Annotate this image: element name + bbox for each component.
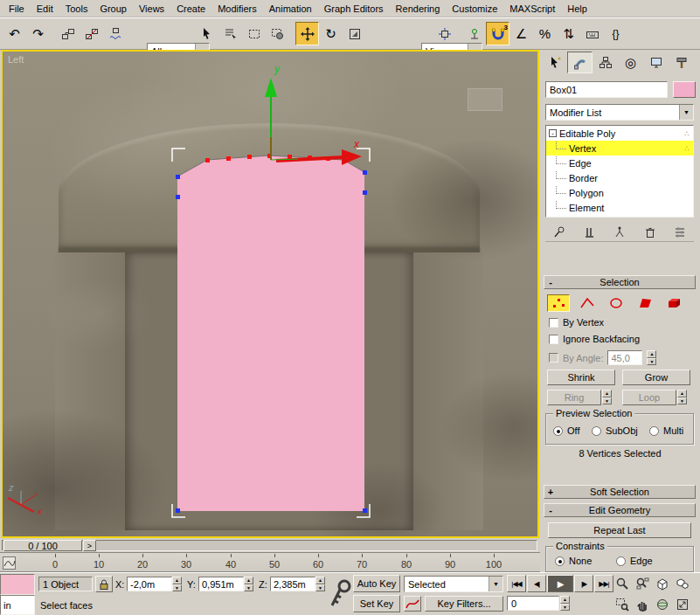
border-mode-button[interactable] (605, 294, 627, 312)
by-angle-checkbox[interactable] (549, 353, 558, 363)
time-slider-thumb[interactable]: 0 / 100 (3, 540, 82, 551)
stack-row-polygon[interactable]: Polygon (546, 185, 693, 200)
menu-tools[interactable]: Tools (59, 2, 94, 16)
x-spinner[interactable]: ▲▼ (172, 577, 182, 591)
menu-animation[interactable]: Animation (263, 2, 318, 16)
select-and-manipulate-button[interactable] (462, 22, 486, 45)
spinner-up-icon[interactable]: ▲ (315, 577, 325, 584)
tab-create[interactable] (542, 52, 567, 73)
vertex-mode-button[interactable] (547, 294, 570, 312)
editable-poly-object[interactable] (177, 155, 364, 511)
maxscript-mini-listener[interactable]: in (0, 595, 35, 615)
viewport-left[interactable]: y x z x Left (3, 52, 537, 536)
frame-spinner[interactable]: ▲▼ (560, 596, 570, 611)
default-tangents-button[interactable] (404, 596, 421, 612)
go-to-end-button[interactable]: ▶▶| (594, 575, 613, 592)
stack-row-border[interactable]: Border (546, 170, 693, 185)
select-and-scale-button[interactable] (343, 22, 366, 45)
stack-row-vertex[interactable]: Vertex ∴ (546, 141, 693, 155)
edge-mode-button[interactable] (576, 294, 599, 312)
loop-spinner[interactable]: ▲▼ (677, 390, 687, 404)
z-coordinate-field[interactable]: 2,385m (270, 577, 315, 591)
zoom-button[interactable] (612, 574, 632, 593)
spinner-up-icon[interactable]: ▲ (677, 390, 687, 397)
modifier-list-dropdown[interactable]: Modifier List ▼ (545, 104, 694, 121)
maximize-viewport-toggle-button[interactable] (672, 595, 692, 614)
key-mode-dropdown[interactable]: Selected ▼ (404, 576, 503, 592)
tab-modify[interactable] (567, 52, 593, 73)
y-coordinate-field[interactable]: 0,951m (198, 577, 244, 591)
tab-display[interactable] (643, 52, 669, 73)
menu-group[interactable]: Group (94, 2, 133, 16)
spinner-down-icon[interactable]: ▼ (647, 358, 656, 366)
previous-frame-button[interactable]: ◀| (527, 575, 546, 592)
keyboard-shortcut-override-button[interactable] (580, 22, 604, 45)
menu-create[interactable]: Create (170, 2, 211, 16)
spinner-up-icon[interactable]: ▲ (244, 577, 253, 584)
collapse-box-icon[interactable]: - (549, 129, 557, 137)
snaps-toggle-button[interactable]: 3 (486, 22, 509, 45)
x-coordinate-field[interactable]: -2,0m (127, 577, 172, 591)
arc-rotate-button[interactable] (652, 595, 672, 614)
use-pivot-point-center-button[interactable] (433, 22, 456, 45)
set-key-button[interactable]: Set Key (353, 595, 400, 612)
tab-utilities[interactable] (669, 52, 694, 73)
ring-spinner[interactable]: ▲▼ (602, 390, 612, 404)
stack-row-editable-poly[interactable]: - Editable Poly ∴ (546, 126, 693, 141)
play-button[interactable]: ▶ (547, 575, 573, 592)
constraint-none-option[interactable]: None (555, 556, 592, 566)
menu-help[interactable]: Help (561, 2, 593, 16)
select-object-button[interactable] (195, 22, 218, 45)
viewport-label[interactable]: Left (8, 54, 24, 65)
zoom-extents-button[interactable] (652, 574, 672, 593)
z-spinner[interactable]: ▲▼ (315, 577, 325, 591)
zoom-region-button[interactable] (612, 595, 632, 614)
named-selection-sets-button[interactable]: {} (604, 22, 627, 45)
current-frame-field[interactable]: 0 (507, 596, 559, 611)
polygon-mode-button[interactable] (634, 294, 656, 312)
spinner-snap-toggle-button[interactable]: ⇅ (557, 22, 580, 45)
menu-modifiers[interactable]: Modifiers (211, 2, 263, 16)
soft-selection-rollout-header[interactable]: + Soft Selection (544, 485, 696, 499)
selection-lock-button[interactable] (95, 576, 113, 592)
configure-modifier-sets-icon[interactable] (673, 225, 687, 239)
selection-rollout-header[interactable]: - Selection (544, 275, 696, 289)
track-bar[interactable]: 0 10 20 30 40 50 60 70 80 90 100 (0, 552, 540, 572)
preview-off-option[interactable]: Off (553, 425, 579, 436)
remove-modifier-icon[interactable] (643, 225, 657, 239)
spinner-down-icon[interactable]: ▼ (315, 584, 325, 592)
by-angle-spinner[interactable]: ▲▼ (647, 350, 656, 365)
spinner-down-icon[interactable]: ▼ (560, 604, 570, 612)
preview-subobj-option[interactable]: SubObj (592, 425, 638, 436)
zoom-all-button[interactable] (632, 574, 652, 593)
percent-snap-toggle-button[interactable]: % (533, 22, 557, 45)
dropdown-arrow-icon[interactable]: ▼ (679, 105, 693, 120)
stack-row-element[interactable]: Element (546, 200, 693, 215)
constraint-edge-option[interactable]: Edge (616, 556, 653, 566)
transform-gizmo[interactable]: y x (265, 63, 362, 165)
select-by-name-button[interactable] (218, 22, 242, 45)
constraint-edge-radio[interactable] (616, 556, 626, 566)
window-crossing-toggle-button[interactable] (266, 22, 289, 45)
menu-views[interactable]: Views (133, 2, 170, 16)
preview-off-radio[interactable] (553, 426, 563, 436)
spinner-down-icon[interactable]: ▼ (602, 397, 612, 405)
auto-key-button[interactable]: Auto Key (353, 575, 400, 592)
object-name-field[interactable]: Box01 (545, 81, 668, 98)
menu-customize[interactable]: Customize (446, 2, 503, 16)
edit-geometry-rollout-header[interactable]: - Edit Geometry (544, 503, 696, 517)
zoom-extents-all-button[interactable] (672, 574, 692, 593)
menu-edit[interactable]: Edit (31, 2, 59, 16)
go-to-start-button[interactable]: |◀◀ (507, 575, 526, 592)
undo-button[interactable]: ↶ (3, 22, 26, 45)
ring-button[interactable]: Ring (547, 390, 601, 405)
show-end-result-icon[interactable] (583, 225, 597, 239)
tab-motion[interactable]: ◎ (618, 52, 643, 73)
next-frame-button[interactable]: |▶ (574, 575, 593, 592)
preview-multi-radio[interactable] (649, 426, 659, 436)
select-and-link-button[interactable] (56, 22, 80, 45)
by-angle-field[interactable]: 45,0 (607, 350, 642, 365)
set-keys-key-icon[interactable] (329, 576, 351, 612)
pan-button[interactable] (632, 595, 652, 614)
select-and-move-button[interactable] (295, 22, 319, 45)
